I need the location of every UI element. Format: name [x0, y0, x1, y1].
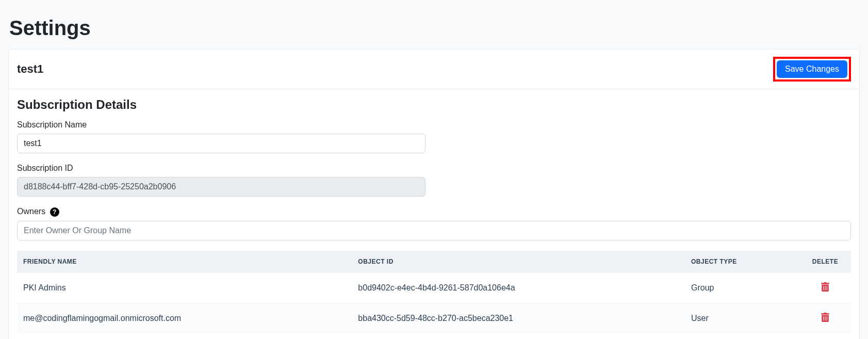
subscription-id-group: Subscription ID — [17, 164, 851, 197]
trash-icon[interactable] — [821, 313, 829, 322]
owners-table: Friendly Name Object ID Object Type Dele… — [17, 251, 851, 333]
cell-delete — [799, 303, 851, 333]
col-object-type: Object Type — [685, 251, 799, 273]
cell-object-type: Group — [685, 272, 799, 303]
subscription-id-input — [17, 177, 425, 197]
card-header: test1 Save Changes — [9, 50, 859, 89]
save-button[interactable]: Save Changes — [777, 60, 847, 78]
owners-input[interactable] — [17, 221, 851, 240]
card-body: Subscription Details Subscription Name S… — [9, 89, 859, 339]
card-header-title: test1 — [17, 62, 43, 76]
owners-label: Owners ? — [17, 207, 851, 217]
subscription-id-label: Subscription ID — [17, 164, 851, 173]
help-icon[interactable]: ? — [50, 207, 59, 217]
cell-object-id: b0d9402c-e4ec-4b4d-9261-587d0a106e4a — [352, 272, 685, 303]
subscription-name-group: Subscription Name — [17, 120, 851, 153]
table-row: me@codingflamingogmail.onmicrosoft.com b… — [17, 303, 851, 333]
page-title: Settings — [0, 0, 868, 49]
owners-group: Owners ? — [17, 207, 851, 240]
table-header-row: Friendly Name Object ID Object Type Dele… — [17, 251, 851, 273]
cell-object-type: User — [685, 303, 799, 333]
cell-delete — [799, 272, 851, 303]
cell-friendly-name: me@codingflamingogmail.onmicrosoft.com — [17, 303, 352, 333]
subscription-name-input[interactable] — [17, 134, 425, 153]
owners-label-text: Owners — [17, 207, 45, 216]
subscription-details-title: Subscription Details — [17, 98, 851, 112]
col-object-id: Object ID — [352, 251, 685, 273]
save-button-highlight: Save Changes — [773, 57, 851, 82]
col-delete: Delete — [799, 251, 851, 273]
cell-object-id: bba430cc-5d59-48cc-b270-ac5beca230e1 — [352, 303, 685, 333]
table-row: PKI Admins b0d9402c-e4ec-4b4d-9261-587d0… — [17, 272, 851, 303]
subscription-name-label: Subscription Name — [17, 120, 851, 130]
trash-icon[interactable] — [821, 282, 829, 292]
cell-friendly-name: PKI Admins — [17, 272, 352, 303]
col-friendly-name: Friendly Name — [17, 251, 352, 273]
settings-card: test1 Save Changes Subscription Details … — [8, 49, 860, 339]
